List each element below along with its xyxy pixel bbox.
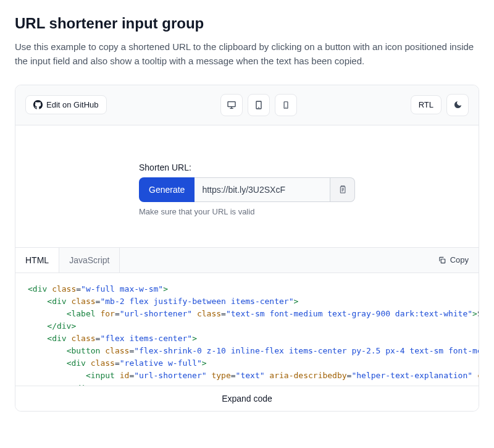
tablet-view-button[interactable] — [248, 94, 270, 116]
moon-icon — [453, 100, 463, 109]
section-heading: URL shortener input group — [15, 15, 479, 32]
shorten-url-label: Shorten URL: — [139, 163, 355, 172]
desktop-icon — [227, 100, 237, 110]
svg-rect-11 — [441, 259, 445, 263]
rtl-toggle-button[interactable]: RTL — [411, 95, 442, 114]
clipboard-icon — [338, 185, 347, 194]
tab-javascript[interactable]: JavaScript — [59, 248, 120, 273]
example-panel: Edit on GitHub RTL — [15, 85, 479, 412]
tablet-icon — [254, 100, 264, 110]
github-icon — [33, 100, 43, 109]
mobile-view-button[interactable] — [275, 94, 297, 116]
url-input[interactable] — [195, 177, 330, 202]
edit-on-github-label: Edit on GitHub — [46, 100, 99, 109]
copy-url-button[interactable] — [330, 177, 355, 202]
copy-code-button[interactable]: Copy — [428, 255, 479, 264]
code-tab-bar: HTML JavaScript Copy — [15, 247, 479, 273]
edit-on-github-button[interactable]: Edit on GitHub — [25, 95, 107, 114]
preview-toolbar: Edit on GitHub RTL — [15, 85, 479, 125]
code-block: <div class="w-full max-w-sm"> <div class… — [15, 273, 479, 386]
mobile-icon — [282, 100, 290, 110]
tab-html[interactable]: HTML — [15, 248, 59, 273]
helper-text: Make sure that your URL is valid — [139, 207, 355, 216]
preview-area: Shorten URL: Generate Make sure that you… — [15, 125, 479, 247]
toolbar-right: RTL — [411, 94, 469, 116]
section-description: Use this example to copy a shortened URL… — [15, 40, 479, 69]
dark-mode-button[interactable] — [446, 94, 469, 116]
input-group: Generate — [139, 177, 355, 202]
url-shortener-widget: Shorten URL: Generate Make sure that you… — [139, 163, 355, 216]
copy-code-label: Copy — [450, 255, 469, 264]
svg-rect-0 — [228, 101, 235, 106]
copy-icon — [438, 256, 446, 264]
generate-button[interactable]: Generate — [139, 177, 195, 202]
viewport-buttons — [220, 94, 297, 116]
expand-code-button[interactable]: Expand code — [15, 386, 479, 411]
desktop-view-button[interactable] — [220, 94, 243, 116]
